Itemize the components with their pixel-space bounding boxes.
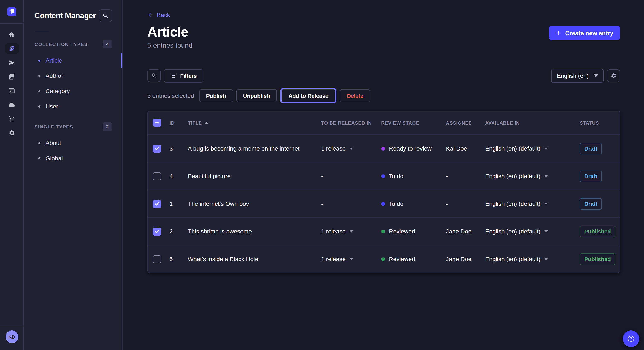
row-checkbox[interactable]	[153, 200, 161, 208]
sidebar-item-about[interactable]: About	[34, 135, 112, 151]
filter-icon	[170, 74, 176, 78]
row-checkbox-cell	[153, 227, 170, 235]
help-button[interactable]	[623, 331, 639, 347]
cell-to-be-released-in[interactable]: 1 release	[321, 228, 381, 235]
row-checkbox-cell	[153, 172, 170, 180]
cell-to-be-released-in[interactable]: 1 release	[321, 256, 381, 262]
plus-icon	[556, 30, 561, 36]
cell-to-be-released-in: -	[321, 200, 381, 207]
sidebar-title: Content Manager	[34, 11, 96, 20]
sidebar-section-header: SINGLE TYPES2	[34, 123, 112, 131]
nav-cloud-button[interactable]	[5, 100, 18, 110]
filters-button[interactable]: Filters	[164, 69, 203, 82]
strapi-logo[interactable]	[0, 0, 24, 24]
sidebar-search-button[interactable]	[99, 9, 112, 22]
column-header-status[interactable]: STATUS	[580, 120, 620, 125]
main-content: Back Article 5 entries found Create new …	[123, 0, 644, 350]
cell-assignee: -	[446, 200, 485, 207]
cell-status: Draft	[580, 143, 620, 154]
add-to-release-button[interactable]: Add to Release	[282, 89, 335, 102]
nav-gear-button[interactable]	[5, 128, 18, 138]
stage-dot-icon	[381, 147, 385, 150]
cell-to-be-released-in: -	[321, 173, 381, 179]
feather-icon	[8, 45, 15, 52]
cell-title: This shrimp is awesome	[188, 228, 321, 235]
table-row: 1The internet's Own boy-To do-English (e…	[148, 190, 620, 217]
row-checkbox[interactable]	[153, 144, 161, 153]
back-link[interactable]: Back	[147, 11, 170, 18]
column-header-id[interactable]: ID	[170, 120, 188, 125]
status-badge: Draft	[580, 170, 602, 182]
unpublish-button[interactable]: Unpublish	[236, 89, 277, 102]
section-label: COLLECTION TYPES	[34, 42, 88, 47]
cell-id: 5	[170, 256, 188, 262]
cell-available-in[interactable]: English (en) (default)	[485, 228, 580, 235]
sidebar-item-author[interactable]: Author	[34, 68, 112, 83]
cart-icon	[8, 116, 15, 122]
row-checkbox[interactable]	[153, 255, 161, 263]
chevron-down-icon	[544, 203, 548, 205]
cell-id: 1	[170, 200, 188, 207]
nav-feather-button[interactable]	[5, 43, 18, 54]
sidebar-item-article[interactable]: Article	[34, 53, 112, 68]
sidebar-item-label: Global	[46, 155, 63, 162]
select-all-checkbox[interactable]	[153, 119, 161, 127]
cell-review-stage: To do	[381, 200, 446, 207]
locale-select[interactable]: English (en)	[551, 69, 604, 82]
cell-review-stage: To do	[381, 173, 446, 179]
column-header-available-in[interactable]: AVAILABLE IN	[485, 120, 580, 125]
chevron-down-icon	[350, 148, 353, 150]
bullet-icon	[38, 59, 40, 61]
column-header-title[interactable]: TITLE	[188, 120, 321, 125]
status-badge: Published	[580, 253, 616, 265]
column-header-assignee[interactable]: ASSIGNEE	[446, 120, 485, 125]
row-checkbox-cell	[153, 144, 170, 153]
sidebar-item-user[interactable]: User	[34, 99, 112, 114]
status-badge: Published	[580, 226, 616, 237]
search-icon	[102, 13, 108, 19]
delete-button[interactable]: Delete	[340, 89, 370, 102]
nav-media-button[interactable]	[5, 71, 18, 82]
column-header-review-stage[interactable]: REVIEW STAGE	[381, 120, 446, 125]
cell-title: The internet's Own boy	[188, 200, 321, 207]
cell-title: What's inside a Black Hole	[188, 256, 321, 262]
section-count-badge: 2	[103, 123, 112, 131]
publish-button[interactable]: Publish	[199, 89, 233, 102]
settings-button[interactable]	[607, 69, 620, 82]
chevron-down-icon	[544, 148, 548, 150]
cell-assignee: Jane Doe	[446, 256, 485, 262]
sidebar-item-category[interactable]: Category	[34, 83, 112, 99]
table-row: 3A bug is becoming a meme on the interne…	[148, 134, 620, 162]
nav-send-button[interactable]	[5, 57, 18, 68]
entries-count: 5 entries found	[147, 42, 192, 49]
cell-status: Published	[580, 226, 620, 237]
cell-available-in[interactable]: English (en) (default)	[485, 200, 580, 207]
cell-available-in[interactable]: English (en) (default)	[485, 256, 580, 262]
cell-title: Beautiful picture	[188, 173, 321, 179]
create-new-entry-button[interactable]: Create new entry	[549, 26, 620, 39]
search-button[interactable]	[147, 69, 160, 82]
section-label: SINGLE TYPES	[34, 124, 73, 129]
nav-layout-button[interactable]	[5, 85, 18, 96]
cell-available-in[interactable]: English (en) (default)	[485, 145, 580, 152]
cell-to-be-released-in[interactable]: 1 release	[321, 145, 381, 152]
row-checkbox[interactable]	[153, 227, 161, 235]
table-row: 5What's inside a Black Hole1 releaseRevi…	[148, 245, 620, 273]
row-checkbox-cell	[153, 255, 170, 263]
stage-dot-icon	[381, 174, 385, 178]
chevron-down-icon	[544, 230, 548, 233]
cell-status: Draft	[580, 170, 620, 182]
nav-home-button[interactable]	[5, 29, 18, 39]
user-avatar[interactable]: KD	[5, 331, 18, 343]
question-circle-icon	[627, 335, 635, 343]
table-row: 2This shrimp is awesome1 releaseReviewed…	[148, 217, 620, 245]
sidebar-item-label: Article	[46, 57, 62, 64]
nav-cart-button[interactable]	[5, 114, 18, 124]
cell-available-in[interactable]: English (en) (default)	[485, 173, 580, 179]
row-checkbox[interactable]	[153, 172, 161, 180]
indeterminate-dash-icon	[155, 122, 159, 123]
gear-icon	[8, 130, 15, 136]
bullet-icon	[38, 75, 40, 77]
column-header-to-be-released-in[interactable]: TO BE RELEASED IN	[321, 120, 381, 125]
sidebar-item-global[interactable]: Global	[34, 151, 112, 166]
